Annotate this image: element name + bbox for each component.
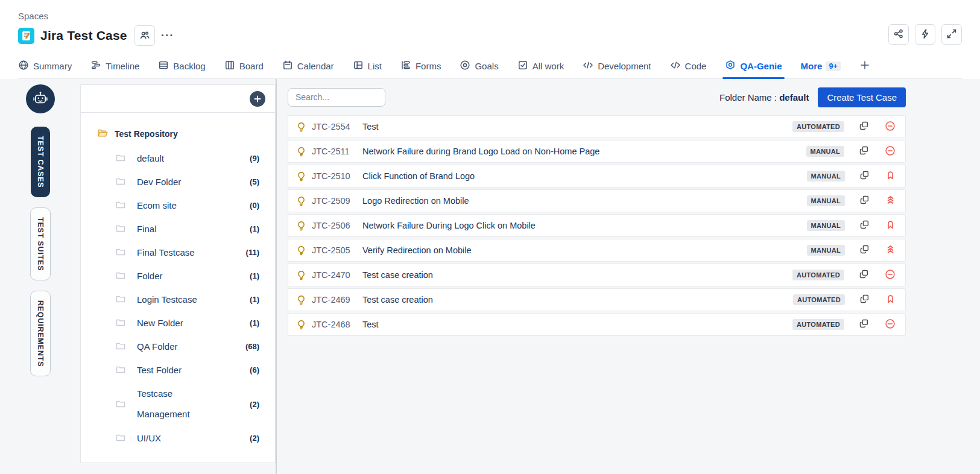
folder-icon	[115, 199, 126, 212]
test-case-title: Test	[362, 122, 379, 131]
folder-item-final[interactable]: Final(1)	[81, 217, 275, 241]
bookmark-button[interactable]	[885, 170, 896, 182]
tab-backlog[interactable]: Backlog	[158, 54, 205, 78]
folder-item-qa-folder[interactable]: QA Folder(68)	[81, 335, 275, 358]
create-test-case-button[interactable]: Create Test Case	[818, 87, 906, 107]
qa-genie-icon	[725, 60, 736, 72]
circle-minus-button[interactable]	[885, 318, 896, 331]
copy-button[interactable]	[859, 294, 870, 306]
test-case-key: JTC-2506	[312, 221, 355, 230]
tab-summary[interactable]: Summary	[18, 54, 72, 78]
test-case-row[interactable]: JTC-2509Logo Redirection on MobileMANUAL	[288, 189, 906, 212]
tab-label: Code	[685, 61, 707, 71]
tab-list[interactable]: List	[353, 54, 382, 78]
copy-button[interactable]	[859, 195, 870, 207]
add-tab-button[interactable]	[859, 60, 870, 73]
tab-label: Development	[598, 61, 651, 71]
copy-button[interactable]	[859, 121, 869, 133]
test-case-row[interactable]: JTC-2554TestAUTOMATED	[288, 115, 906, 138]
folder-icon	[115, 398, 126, 411]
folder-item-folder[interactable]: Folder(1)	[81, 264, 275, 288]
expand-button[interactable]	[941, 24, 962, 45]
tab-label: Summary	[33, 61, 72, 71]
copy-button[interactable]	[859, 220, 870, 232]
copy-icon	[859, 294, 870, 306]
folder-item-ecom-site[interactable]: Ecom site(0)	[81, 194, 275, 217]
tab-board[interactable]: Board	[224, 54, 264, 78]
folder-item-new-folder[interactable]: New Folder(1)	[81, 311, 275, 335]
folder-item-login-testcase[interactable]: Login Testcase(1)	[81, 288, 275, 311]
tab-label: Backlog	[173, 61, 205, 71]
folder-item-ui-ux[interactable]: UI/UX(2)	[81, 426, 275, 450]
tab-label: Calendar	[297, 61, 334, 71]
lightbulb-icon	[296, 171, 306, 182]
circle-minus-button[interactable]	[885, 121, 896, 133]
folder-count: (2)	[250, 400, 259, 409]
tab-timeline[interactable]: Timeline	[90, 54, 139, 78]
lightbulb-icon	[296, 270, 306, 280]
breadcrumb[interactable]: Spaces	[18, 11, 962, 21]
test-case-row[interactable]: JTC-2469Test case creationAUTOMATED	[288, 288, 906, 311]
tab-label: QA-Genie	[740, 61, 782, 71]
bookmark-button[interactable]	[885, 294, 896, 306]
copy-icon	[859, 170, 870, 182]
chevrons-up-button[interactable]	[885, 244, 896, 256]
test-case-row[interactable]: JTC-2505Verify Redirection on MobileMANU…	[288, 239, 906, 262]
copy-button[interactable]	[859, 145, 869, 157]
test-case-key: JTC-2470	[312, 270, 355, 280]
execution-type-badge: MANUAL	[807, 220, 845, 231]
test-case-row[interactable]: JTC-2468TestAUTOMATED	[288, 313, 906, 336]
collaborators-button[interactable]	[134, 25, 155, 46]
copy-button[interactable]	[859, 244, 870, 256]
tab-code[interactable]: Code	[670, 54, 707, 78]
add-folder-button[interactable]	[250, 91, 265, 107]
rail-tab-requirements[interactable]: REQUIREMENTS	[30, 291, 51, 376]
test-case-key: JTC-2554	[312, 122, 355, 131]
tab-all-work[interactable]: All work	[517, 54, 564, 78]
more-actions-button[interactable]: ···	[161, 29, 174, 42]
folder-icon	[115, 340, 126, 353]
tab-label: Timeline	[106, 61, 139, 71]
folder-item-default[interactable]: default(9)	[81, 147, 275, 170]
copy-button[interactable]	[859, 318, 869, 330]
expand-icon	[946, 28, 957, 41]
tab-more[interactable]: More9+	[801, 61, 841, 71]
folder-item-test-folder[interactable]: Test Folder(6)	[81, 358, 275, 382]
test-case-row[interactable]: JTC-2470Test case creationAUTOMATED	[288, 264, 906, 286]
panel-resizer[interactable]	[276, 79, 277, 474]
folder-item-testcase-management[interactable]: Testcase Management(2)	[81, 382, 275, 426]
page-header: Spaces Jira Test Case ··· SummaryTimelin…	[0, 0, 980, 79]
tab-qa-genie[interactable]: QA-Genie	[725, 54, 782, 78]
automation-bolt-button[interactable]	[915, 24, 935, 45]
folder-item-final-testcase[interactable]: Final Testcase(11)	[81, 241, 275, 264]
search-input[interactable]	[288, 88, 385, 107]
chevrons-up-button[interactable]	[885, 195, 896, 207]
folder-count: (11)	[246, 248, 259, 257]
copy-icon	[859, 244, 870, 256]
folder-name: Dev Folder	[137, 177, 181, 187]
rail-tab-test-cases[interactable]: TEST CASES	[31, 127, 50, 197]
folder-name: New Folder	[137, 318, 183, 328]
circle-minus-button[interactable]	[885, 145, 896, 158]
execution-type-badge: AUTOMATED	[792, 121, 844, 132]
badge-wrap: AUTOMATED	[772, 270, 844, 280]
tab-goals[interactable]: Goals	[460, 54, 498, 78]
tab-forms[interactable]: Forms	[400, 54, 441, 78]
test-case-row[interactable]: JTC-2506Network Failure During Logo Clic…	[288, 214, 906, 237]
rail-tab-test-suites[interactable]: TEST SUITES	[30, 207, 51, 280]
copy-icon	[859, 145, 869, 157]
test-case-row[interactable]: JTC-2511Network Failure during Brand Log…	[288, 140, 906, 163]
folder-count: (9)	[250, 154, 259, 163]
tab-development[interactable]: Development	[583, 54, 651, 78]
copy-button[interactable]	[859, 269, 869, 281]
copy-button[interactable]	[859, 170, 870, 182]
tab-calendar[interactable]: Calendar	[282, 54, 334, 78]
circle-minus-button[interactable]	[885, 269, 896, 282]
bookmark-button[interactable]	[885, 220, 896, 232]
folder-count: (1)	[250, 318, 259, 327]
execution-type-badge: AUTOMATED	[792, 270, 844, 280]
tree-root-test-repository[interactable]: Test Repository	[81, 127, 275, 141]
folder-item-dev-folder[interactable]: Dev Folder(5)	[81, 170, 275, 194]
test-case-row[interactable]: JTC-2510Click Function of Brand LogoMANU…	[288, 165, 906, 188]
share-button[interactable]	[888, 24, 909, 45]
